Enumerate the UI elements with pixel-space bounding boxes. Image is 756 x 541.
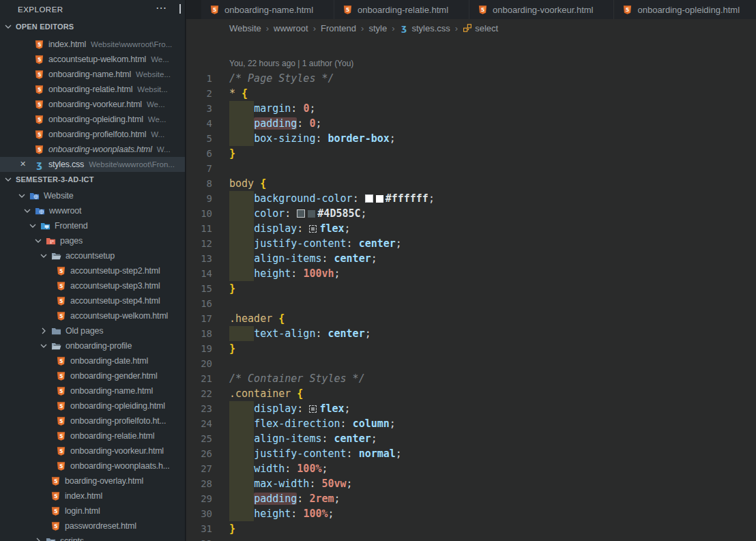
close-editor-button[interactable]: ✕ [20, 160, 26, 169]
line-content[interactable]: text-align: center; [229, 326, 371, 341]
open-editor-item[interactable]: 5index.htmlWebsite\wwwroot\Fro... [0, 37, 185, 52]
code-token: flex [319, 222, 344, 235]
color-swatch[interactable] [376, 195, 383, 203]
line-content[interactable]: * { [229, 86, 248, 101]
open-editor-item[interactable]: 5onboarding-opleiding.htmlWe... [0, 112, 185, 127]
line-content[interactable]: max-width: 50vw; [229, 476, 353, 491]
tree-file-passwordreset-html[interactable]: 5passwordreset.html [0, 518, 185, 533]
breadcrumb-item-styles-css[interactable]: ʒstyles.css [399, 23, 450, 33]
tree-file-accountsetup-welkom-html[interactable]: 5accountsetup-welkom.html [0, 308, 185, 323]
tree-file-index-html[interactable]: 5index.html [0, 488, 185, 503]
tree-file-login-html[interactable]: 5login.html [0, 503, 185, 518]
open-editor-item[interactable]: 5onboarding-relatie.htmlWebsit... [0, 82, 185, 97]
code-token: ; [390, 132, 396, 145]
open-editor-item[interactable]: 5accountsetup-welkom.htmlWe... [0, 52, 185, 67]
code-token: 100% [297, 463, 321, 475]
tab-onboarding-voorkeur-html[interactable]: 5onboarding-voorkeur.html [469, 0, 614, 19]
code-token [229, 403, 254, 415]
open-editor-item[interactable]: 5onboarding-profielfoto.htmlW... [0, 127, 185, 142]
line-content[interactable]: padding: 0; [229, 116, 321, 131]
tree-file-onboarding-relatie-html[interactable]: 5onboarding-relatie.html [0, 428, 185, 443]
line-content[interactable]: box-sizing: border-box; [229, 131, 396, 146]
line-content[interactable]: display: flex; [229, 221, 351, 236]
line-content[interactable]: align-items: center; [229, 251, 377, 266]
code-editor[interactable]: You, 22 hours ago | 1 author (You) 1/* P… [186, 37, 756, 541]
svg-text:5: 5 [59, 388, 63, 394]
open-editor-item[interactable]: 5onboarding-name.htmlWebsite... [0, 67, 185, 82]
color-swatch-outline[interactable] [297, 209, 305, 218]
line-content[interactable]: align-items: center; [229, 431, 377, 446]
breadcrumb-item-style[interactable]: style [368, 23, 387, 33]
line-content[interactable]: width: 100%; [229, 461, 328, 476]
line-content[interactable]: height: 100vh; [229, 266, 340, 281]
tree-folder-frontend[interactable]: Frontend [0, 218, 185, 233]
tree-file-onboarding-profielfoto-ht-[interactable]: 5onboarding-profielfoto.ht... [0, 413, 185, 428]
color-swatch[interactable] [308, 210, 315, 218]
tab-onboarding-name-html[interactable]: 5onboarding-name.html [201, 0, 334, 19]
chevron-right-icon [38, 325, 49, 336]
line-content[interactable]: .container { [229, 386, 303, 401]
tab-onboarding-opleiding-html[interactable]: 5onboarding-opleiding.html [614, 0, 756, 19]
more-actions-button[interactable]: ⋯ [156, 3, 167, 14]
tree-file-accountsetup-step2-html[interactable]: 5accountsetup-step2.html [0, 263, 185, 278]
open-editor-item[interactable]: 5onboarding-woonplaats.htmlW... [0, 142, 185, 157]
line-content[interactable]: padding: 2rem; [229, 491, 340, 506]
tree-folder-wwwroot[interactable]: wwwroot [0, 203, 185, 218]
open-editor-item[interactable]: 5onboarding-voorkeur.htmlWe... [0, 97, 185, 112]
breadcrumb-item-wwwroot[interactable]: wwwroot [274, 23, 308, 33]
tree-file-onboarding-date-html[interactable]: 5onboarding-date.html [0, 353, 185, 368]
tree-file-onboarding-opleiding-html[interactable]: 5onboarding-opleiding.html [0, 398, 185, 413]
line-content[interactable]: justify-content: center; [229, 236, 402, 251]
code-token: ; [365, 327, 371, 340]
sash-indicator[interactable] [179, 4, 181, 14]
tree-file-onboarding-woonplaats-h-[interactable]: 5onboarding-woonplaats.h... [0, 458, 185, 473]
line-content[interactable]: justify-content: normal; [229, 446, 402, 461]
line-content[interactable]: } [229, 281, 235, 296]
code-line-31: 31} [186, 521, 756, 536]
code-token: } [229, 523, 235, 535]
tree-folder-accountsetup[interactable]: accountsetup [0, 248, 185, 263]
flexbox-icon[interactable] [309, 225, 317, 233]
code-token [229, 132, 254, 145]
tree-file-accountsetup-step3-html[interactable]: 5accountsetup-step3.html [0, 278, 185, 293]
project-section-header[interactable]: SEMESTER-3-AD-ICT [0, 172, 185, 187]
color-swatch-outline[interactable] [365, 194, 373, 203]
code-token: : [340, 418, 353, 430]
line-content[interactable]: } [229, 146, 235, 161]
line-content[interactable]: .header { [229, 311, 285, 326]
tab-onboarding-relatie-html[interactable]: 5onboarding-relatie.html [334, 0, 469, 19]
line-content[interactable]: height: 100%; [229, 506, 334, 521]
tree-folder-scripts[interactable]: scripts [0, 533, 185, 541]
breadcrumb-item-select[interactable]: select [463, 23, 498, 33]
line-content[interactable]: background-color: #ffffff; [229, 191, 435, 206]
line-content[interactable]: /* Page Styles */ [229, 71, 334, 86]
tree-file-onboarding-voorkeur-html[interactable]: 5onboarding-voorkeur.html [0, 443, 185, 458]
tree-folder-pages[interactable]: pages [0, 233, 185, 248]
line-content[interactable]: } [229, 521, 235, 536]
file-name: onboarding-gender.html [70, 371, 158, 381]
breadcrumb-item-website[interactable]: Website [229, 23, 261, 33]
flexbox-icon[interactable] [309, 405, 317, 413]
tree-file-onboarding-name-html[interactable]: 5onboarding-name.html [0, 383, 185, 398]
tree-file-onboarding-gender-html[interactable]: 5onboarding-gender.html [0, 368, 185, 383]
line-content[interactable]: body { [229, 176, 266, 191]
chevron-down-icon [27, 220, 38, 231]
tree-folder-old-pages[interactable]: Old pages [0, 323, 185, 338]
tree-folder-onboarding-profile[interactable]: onboarding-profile [0, 338, 185, 353]
open-editors-section-header[interactable]: OPEN EDITORS [0, 19, 185, 34]
breadcrumb-item-frontend[interactable]: Frontend [321, 23, 356, 33]
file-path: We... [148, 115, 166, 123]
tree-file-boarding-overlay-html[interactable]: 5boarding-overlay.html [0, 473, 185, 488]
line-content[interactable]: display: flex; [229, 401, 351, 416]
html-icon: 5 [622, 5, 633, 15]
line-content[interactable]: color: #4D585C; [229, 206, 367, 221]
line-content[interactable]: flex-direction: column; [229, 416, 396, 431]
line-content[interactable]: margin: 0; [229, 101, 315, 116]
tree-folder-website[interactable]: Website [0, 188, 185, 203]
tree-file-accountsetup-step4-html[interactable]: 5accountsetup-step4.html [0, 293, 185, 308]
line-content[interactable]: /* Container Styles */ [229, 371, 365, 386]
codelens-blame[interactable]: You, 22 hours ago | 1 author (You) [229, 59, 756, 70]
line-content[interactable]: } [229, 341, 235, 356]
open-editor-item[interactable]: ✕ʒstyles.cssWebsite\wwwroot\Fron... [0, 157, 185, 172]
code-lines: 1/* Page Styles */2* {3 margin: 0;4 padd… [186, 71, 756, 541]
